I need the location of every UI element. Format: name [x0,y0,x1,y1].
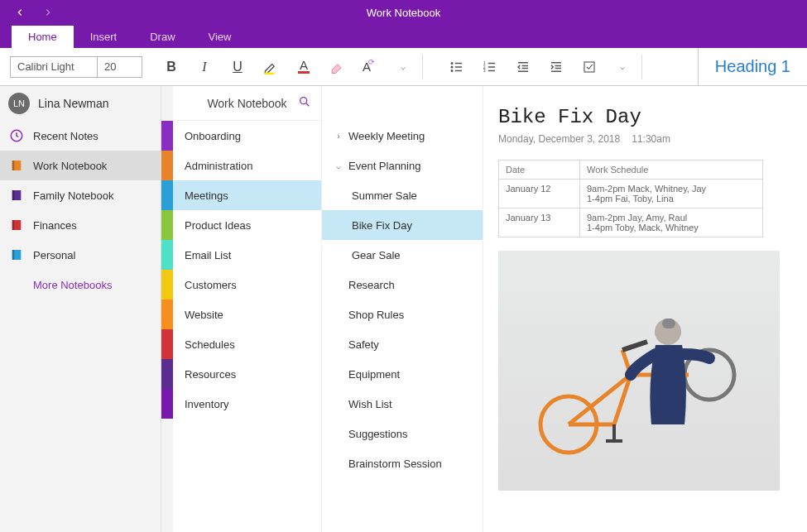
italic-button[interactable]: I [190,53,219,81]
sections-header: Work Notebook [173,86,321,121]
section-item[interactable]: Administration [173,151,321,180]
svg-point-31 [300,98,307,104]
svg-text:3: 3 [483,68,486,73]
section-item[interactable]: Meetings [173,180,321,210]
chevron-down-icon: ⌵ [334,161,343,170]
user-name: Lina Newman [38,97,109,110]
notebook-item[interactable]: Recent Notes [0,121,161,151]
underline-button[interactable]: U [223,53,252,81]
font-name-selector[interactable]: Calibri Light [10,56,97,78]
svg-rect-0 [265,72,275,74]
page-item[interactable]: Safety [322,329,483,359]
increase-indent-button[interactable] [542,53,570,81]
section-color-tab[interactable] [161,121,173,151]
style-selector[interactable]: Heading 1 [698,48,807,86]
user-account[interactable]: LN Lina Newman [0,86,161,121]
avatar: LN [8,93,30,114]
more-notebooks-link[interactable]: More Notebooks [0,270,161,300]
ribbon-tab-view[interactable]: View [192,26,248,48]
chevron-right-icon: › [334,132,343,141]
window-title: Work Notebook [367,7,440,19]
pages-pane: ›Weekly Meeting⌵Event PlanningSummer Sal… [322,86,483,532]
font-size-selector[interactable]: 20 [97,56,142,78]
svg-rect-28 [12,220,15,230]
numbered-list-button[interactable]: 123 [476,53,504,81]
notebook-item[interactable]: Finances [0,210,161,240]
forward-button[interactable] [41,6,55,19]
section-color-tab[interactable] [161,151,173,180]
section-item[interactable]: Customers [173,270,321,300]
section-color-tab[interactable] [161,210,173,240]
eraser-button[interactable] [323,53,351,81]
svg-point-1 [451,62,453,64]
notebook-icon [8,217,25,233]
svg-point-3 [451,66,453,68]
section-color-tab[interactable] [161,240,173,270]
section-tab-strip [161,86,173,532]
page-item[interactable]: Suggestions [322,419,483,448]
page-item[interactable]: Brainstorm Session [322,448,483,478]
svg-rect-36 [662,319,675,328]
notebook-item[interactable]: Work Notebook [0,151,161,180]
search-icon[interactable] [298,95,311,111]
ribbon-tab-home[interactable]: Home [12,26,74,48]
notebook-icon [8,247,25,263]
ribbon-tab-draw[interactable]: Draw [133,26,191,48]
page-item[interactable]: ⌵Event Planning [322,151,483,180]
notebook-item[interactable]: Personal [0,240,161,270]
sections-pane: Work Notebook OnboardingAdministrationMe… [173,86,322,532]
more-paragraph-button[interactable]: ⌵ [608,53,636,81]
section-color-tab[interactable] [161,329,173,359]
section-color-tab[interactable] [161,180,173,210]
more-formatting-button[interactable]: ⌵ [389,53,417,81]
section-item[interactable]: Onboarding [173,121,321,151]
svg-rect-24 [12,161,15,170]
page-item[interactable]: Equipment [322,359,483,389]
svg-rect-21 [584,62,594,72]
decrease-indent-button[interactable] [509,53,537,81]
notebook-icon [8,127,25,144]
section-item[interactable]: Inventory [173,389,321,419]
ribbon-tab-insert[interactable]: Insert [74,26,134,48]
back-button[interactable] [13,6,26,19]
highlight-button[interactable] [257,53,285,81]
todo-tag-button[interactable] [575,53,603,81]
svg-point-5 [451,69,453,71]
page-item[interactable]: Gear Sale [322,240,483,270]
notebook-icon [8,157,25,174]
note-canvas[interactable]: Bike Fix Day Monday, December 3, 201811:… [483,86,807,532]
section-color-tab[interactable] [161,270,173,300]
schedule-table[interactable]: DateWork Schedule January 129am-2pm Mack… [498,160,763,237]
section-color-tab[interactable] [161,300,173,329]
notebook-item[interactable]: Family Notebook [0,180,161,210]
page-item[interactable]: Shop Rules [322,300,483,329]
section-item[interactable]: Product Ideas [173,210,321,240]
section-item[interactable]: Email List [173,240,321,270]
font-color-button[interactable]: A [290,53,318,81]
clear-formatting-button[interactable]: A⟳ [356,53,384,81]
bullet-list-button[interactable] [443,53,471,81]
ribbon-tabs: Home Insert Draw View [0,25,807,48]
notebook-icon [8,187,25,204]
svg-line-32 [306,103,309,106]
page-item[interactable]: Research [322,270,483,300]
section-color-tab[interactable] [161,359,173,389]
section-item[interactable]: Website [173,300,321,329]
note-timestamp: Monday, December 3, 201811:30am [498,133,792,145]
page-item[interactable]: Bike Fix Day [322,210,483,240]
svg-rect-26 [12,190,15,200]
page-item[interactable]: Wish List [322,389,483,419]
svg-rect-30 [12,250,15,260]
note-image[interactable] [498,251,780,491]
note-title[interactable]: Bike Fix Day [498,106,792,128]
section-item[interactable]: Resources [173,359,321,389]
notebooks-pane: LN Lina Newman Recent NotesWork Notebook… [0,86,161,532]
section-color-tab[interactable] [161,389,173,419]
section-item[interactable]: Schedules [173,329,321,359]
page-item[interactable]: Summer Sale [322,180,483,210]
bold-button[interactable]: B [157,53,185,81]
page-item[interactable]: ›Weekly Meeting [322,121,483,151]
